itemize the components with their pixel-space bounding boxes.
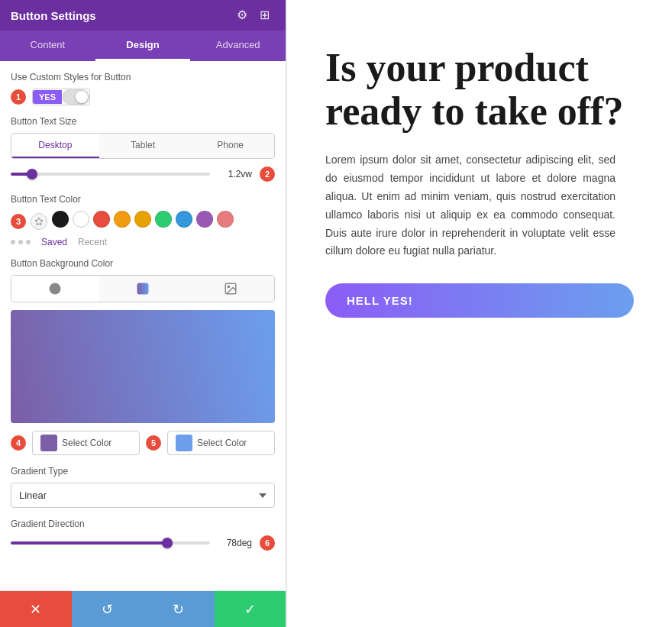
text-size-slider[interactable] xyxy=(11,173,210,176)
gradient-preview xyxy=(11,310,275,423)
badge-3: 3 xyxy=(11,214,26,229)
swatch-black[interactable] xyxy=(52,211,69,228)
text-size-label: Button Text Size xyxy=(11,116,275,127)
bg-tab-solid[interactable] xyxy=(11,276,99,302)
panel-header: Button Settings ⚙ ⊞ xyxy=(0,0,286,31)
confirm-button[interactable]: ✓ xyxy=(215,591,286,627)
swatch-green[interactable] xyxy=(155,211,172,228)
responsive-tabs: Desktop Tablet Phone xyxy=(11,133,275,159)
color-select-btn-1[interactable]: Select Color xyxy=(32,431,140,455)
badge-2: 2 xyxy=(260,166,275,182)
gradient-direction-label: Gradient Direction xyxy=(11,519,275,529)
hero-body: Lorem ipsum dolor sit amet, consectetur … xyxy=(325,151,615,260)
color-select-label-2: Select Color xyxy=(197,438,247,448)
text-size-thumb[interactable] xyxy=(27,169,37,179)
settings-icon[interactable]: ⚙ xyxy=(237,8,252,23)
text-size-slider-row: 1.2vw 2 xyxy=(11,166,275,182)
dot1 xyxy=(11,240,15,244)
swatch-purple[interactable] xyxy=(196,211,213,228)
saved-label[interactable]: Saved xyxy=(41,237,67,247)
color-swatches xyxy=(52,211,234,228)
bg-tabs xyxy=(11,275,275,302)
header-icons: ⚙ ⊞ xyxy=(237,8,275,23)
resp-tab-desktop[interactable]: Desktop xyxy=(11,134,99,158)
redo-button[interactable]: ↻ xyxy=(143,591,215,627)
bottom-bar: ✕ ↺ ↻ ✓ xyxy=(0,590,286,627)
svg-point-0 xyxy=(50,283,61,295)
gradient-type-label: Gradient Type xyxy=(11,466,275,477)
toggle-switch[interactable] xyxy=(62,89,89,105)
tab-content[interactable]: Content xyxy=(0,31,95,61)
confirm-icon: ✓ xyxy=(244,601,256,618)
color-picker-icon[interactable] xyxy=(31,213,47,230)
expand-icon[interactable]: ⊞ xyxy=(260,8,275,23)
badge-1: 1 xyxy=(11,89,26,105)
svg-point-3 xyxy=(228,286,229,287)
undo-button[interactable]: ↺ xyxy=(72,591,144,627)
tab-design[interactable]: Design xyxy=(95,31,191,61)
bg-color-label: Button Background Color xyxy=(11,258,275,269)
bg-tab-gradient[interactable] xyxy=(99,276,187,302)
text-size-value: 1.2vw xyxy=(218,169,252,179)
badge-5: 5 xyxy=(146,435,161,451)
swatch-red[interactable] xyxy=(93,211,110,228)
cancel-button[interactable]: ✕ xyxy=(0,591,72,627)
page-content: Is your product ready to take off? Lorem… xyxy=(286,0,672,627)
toggle-row: 1 YES xyxy=(11,89,275,105)
badge-4: 4 xyxy=(11,435,26,451)
settings-panel: Button Settings ⚙ ⊞ Content Design Advan… xyxy=(0,0,286,627)
color-select-btn-2[interactable]: Select Color xyxy=(167,431,275,455)
dot3 xyxy=(26,240,31,244)
redo-icon: ↻ xyxy=(173,601,184,618)
toggle-section-label: Use Custom Styles for Button xyxy=(11,72,275,82)
dots xyxy=(11,240,31,244)
gradient-direction-value: 78deg xyxy=(218,538,252,548)
dot2 xyxy=(18,240,23,244)
swatch-orange[interactable] xyxy=(114,211,131,228)
panel-tabs: Content Design Advanced xyxy=(0,31,286,61)
text-color-label: Button Text Color xyxy=(11,194,275,205)
recent-label[interactable]: Recent xyxy=(78,237,107,247)
tab-advanced[interactable]: Advanced xyxy=(190,31,286,61)
color-swatch-2 xyxy=(176,435,192,451)
gradient-direction-thumb[interactable] xyxy=(162,538,173,548)
toggle-wrapper[interactable]: YES xyxy=(32,89,90,105)
panel-content: Use Custom Styles for Button 1 YES Butto… xyxy=(0,61,286,590)
color-select-row: 4 Select Color 5 Select Color xyxy=(11,431,275,455)
resp-tab-tablet[interactable]: Tablet xyxy=(99,134,187,158)
undo-icon: ↺ xyxy=(102,601,113,618)
cancel-icon: ✕ xyxy=(30,601,41,618)
gradient-direction-row: 78deg 6 xyxy=(11,535,275,551)
gradient-type-select[interactable]: Linear Radial Conic xyxy=(11,483,275,508)
badge-6: 6 xyxy=(260,535,275,551)
panel-title: Button Settings xyxy=(11,9,96,22)
saved-recent-row: Saved Recent xyxy=(11,237,275,247)
swatch-pink[interactable] xyxy=(217,211,234,228)
swatch-blue[interactable] xyxy=(176,211,192,228)
color-swatch-1 xyxy=(40,435,57,451)
hero-title: Is your product ready to take off? xyxy=(325,46,634,133)
swatch-white[interactable] xyxy=(73,211,89,228)
resp-tab-phone[interactable]: Phone xyxy=(186,134,274,158)
color-select-label-1: Select Color xyxy=(62,438,111,448)
svg-rect-1 xyxy=(137,283,149,295)
gradient-direction-slider[interactable] xyxy=(11,541,210,545)
swatch-yellow[interactable] xyxy=(134,211,151,228)
bg-tab-image[interactable] xyxy=(186,276,274,302)
toggle-yes-label: YES xyxy=(33,90,62,104)
cta-button[interactable]: HELL YES! xyxy=(325,283,634,318)
